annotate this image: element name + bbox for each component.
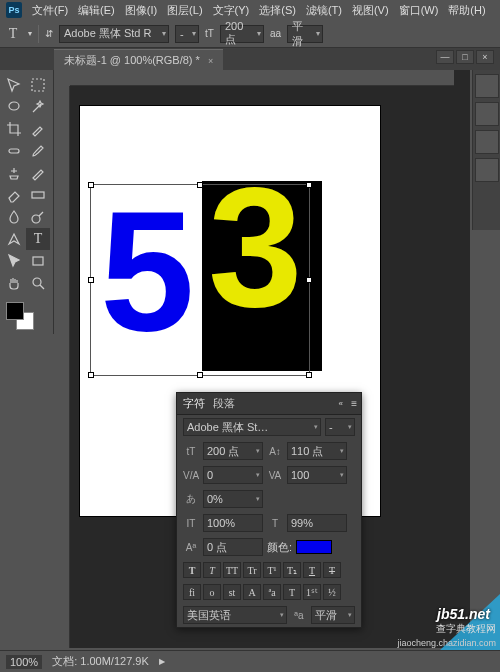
- ot-ligatures-button[interactable]: fi: [183, 584, 201, 600]
- dock-panel-icon[interactable]: [475, 130, 499, 154]
- strikethrough-button[interactable]: T: [323, 562, 341, 578]
- crop-tool[interactable]: [2, 118, 26, 140]
- transform-handle[interactable]: [306, 277, 312, 283]
- eyedropper-tool[interactable]: [26, 118, 50, 140]
- color-swatches[interactable]: [2, 300, 51, 330]
- transform-handle[interactable]: [197, 372, 203, 378]
- status-menu-arrow[interactable]: ▶: [159, 657, 165, 666]
- doc-maximize-button[interactable]: □: [456, 50, 474, 64]
- superscript-button[interactable]: T¹: [263, 562, 281, 578]
- transform-handle[interactable]: [197, 182, 203, 188]
- panel-tracking-field[interactable]: 100: [287, 466, 347, 484]
- menu-help[interactable]: 帮助(H): [448, 3, 485, 18]
- faux-italic-button[interactable]: T: [203, 562, 221, 578]
- healing-brush-tool[interactable]: [2, 140, 26, 162]
- panel-kerning-field[interactable]: 0: [203, 466, 263, 484]
- character-panel[interactable]: 字符 段落 « ≡ Adobe 黑体 St… - tT 200 点 A↕ 110…: [176, 392, 362, 628]
- transform-handle[interactable]: [88, 182, 94, 188]
- document-window-controls: — □ ×: [436, 50, 494, 64]
- gradient-tool[interactable]: [26, 184, 50, 206]
- tracking-icon: VA: [267, 470, 283, 481]
- menu-image[interactable]: 图像(I): [125, 3, 157, 18]
- panel-language-dropdown[interactable]: 美国英语: [183, 606, 287, 624]
- menu-window[interactable]: 窗口(W): [399, 3, 439, 18]
- tab-paragraph[interactable]: 段落: [213, 396, 235, 411]
- panel-baseline-field[interactable]: 0 点: [203, 538, 263, 556]
- ot-discretionary-button[interactable]: st: [223, 584, 241, 600]
- panel-font-size-field[interactable]: 200 点: [203, 442, 263, 460]
- brush-tool[interactable]: [26, 140, 50, 162]
- all-caps-button[interactable]: TT: [223, 562, 241, 578]
- ot-fractions-button[interactable]: ½: [323, 584, 341, 600]
- panel-leading-field[interactable]: 110 点: [287, 442, 347, 460]
- panel-menu-icon[interactable]: ≡: [351, 398, 357, 409]
- hand-tool[interactable]: [2, 272, 26, 294]
- clone-stamp-tool[interactable]: [2, 162, 26, 184]
- menu-select[interactable]: 选择(S): [259, 3, 296, 18]
- vertical-ruler[interactable]: [54, 86, 70, 648]
- horizontal-ruler[interactable]: [70, 70, 454, 86]
- font-family-dropdown[interactable]: Adobe 黑体 Std R: [59, 25, 169, 43]
- blur-tool[interactable]: [2, 206, 26, 228]
- history-brush-tool[interactable]: [26, 162, 50, 184]
- dodge-tool[interactable]: [26, 206, 50, 228]
- panel-vscale-field[interactable]: 100%: [203, 514, 263, 532]
- ruler-corner: [54, 70, 70, 86]
- transform-handle[interactable]: [306, 372, 312, 378]
- panel-text-color-swatch[interactable]: [296, 540, 332, 554]
- panel-font-family-dropdown[interactable]: Adobe 黑体 St…: [183, 418, 321, 436]
- menu-edit[interactable]: 编辑(E): [78, 3, 115, 18]
- tool-presets-dropdown[interactable]: ▾: [28, 29, 32, 38]
- menu-filter[interactable]: 滤镜(T): [306, 3, 342, 18]
- foreground-color-swatch[interactable]: [6, 302, 24, 320]
- menu-type[interactable]: 文字(Y): [213, 3, 250, 18]
- ot-ordinals-button[interactable]: 1ˢᵗ: [303, 584, 321, 600]
- dock-panel-icon[interactable]: [475, 158, 499, 182]
- menu-bar: Ps 文件(F) 编辑(E) 图像(I) 图层(L) 文字(Y) 选择(S) 滤…: [0, 0, 500, 20]
- menu-view[interactable]: 视图(V): [352, 3, 389, 18]
- underline-button[interactable]: T: [303, 562, 321, 578]
- dock-panel-icon[interactable]: [475, 102, 499, 126]
- panel-hscale-field[interactable]: 99%: [287, 514, 347, 532]
- rectangle-tool[interactable]: [26, 250, 50, 272]
- document-tab[interactable]: 未标题-1 @ 100%(RGB/8) * ×: [54, 49, 223, 70]
- pen-tool[interactable]: [2, 228, 26, 250]
- antialias-dropdown[interactable]: 平滑: [287, 25, 323, 43]
- menu-file[interactable]: 文件(F): [32, 3, 68, 18]
- transform-handle[interactable]: [306, 182, 312, 188]
- transform-handle[interactable]: [88, 372, 94, 378]
- panel-font-style-dropdown[interactable]: -: [325, 418, 355, 436]
- doc-close-button[interactable]: ×: [476, 50, 494, 64]
- menu-layer[interactable]: 图层(L): [167, 3, 202, 18]
- ot-swash-button[interactable]: A: [243, 584, 261, 600]
- faux-bold-button[interactable]: T: [183, 562, 201, 578]
- ot-stylistic-button[interactable]: ªa: [263, 584, 281, 600]
- zoom-level-field[interactable]: 100%: [6, 655, 42, 669]
- lasso-tool[interactable]: [2, 96, 26, 118]
- subscript-button[interactable]: T₁: [283, 562, 301, 578]
- type-tool[interactable]: T: [26, 228, 50, 250]
- ot-contextual-button[interactable]: o: [203, 584, 221, 600]
- text-orientation-button[interactable]: ⇵: [45, 28, 53, 39]
- transform-handle[interactable]: [88, 277, 94, 283]
- eraser-tool[interactable]: [2, 184, 26, 206]
- panel-tsume-field[interactable]: 0%: [203, 490, 263, 508]
- panel-collapse-icon[interactable]: «: [339, 399, 343, 408]
- small-caps-button[interactable]: Tr: [243, 562, 261, 578]
- font-size-field[interactable]: 200 点: [220, 25, 264, 43]
- ot-titling-button[interactable]: T: [283, 584, 301, 600]
- font-style-dropdown[interactable]: -: [175, 25, 199, 43]
- zoom-tool[interactable]: [26, 272, 50, 294]
- document-tab-close-button[interactable]: ×: [208, 56, 213, 66]
- move-tool[interactable]: [2, 74, 26, 96]
- document-tab-title: 未标题-1 @ 100%(RGB/8) *: [64, 53, 200, 68]
- document-tab-bar: 未标题-1 @ 100%(RGB/8) * ×: [0, 48, 500, 70]
- magic-wand-tool[interactable]: [26, 96, 50, 118]
- doc-minimize-button[interactable]: —: [436, 50, 454, 64]
- rect-marquee-tool[interactable]: [26, 74, 50, 96]
- dock-panel-icon[interactable]: [475, 74, 499, 98]
- path-select-tool[interactable]: [2, 250, 26, 272]
- tab-character[interactable]: 字符: [183, 396, 205, 411]
- transform-bounding-box[interactable]: [90, 184, 310, 376]
- panel-antialias-dropdown[interactable]: 平滑: [311, 606, 355, 624]
